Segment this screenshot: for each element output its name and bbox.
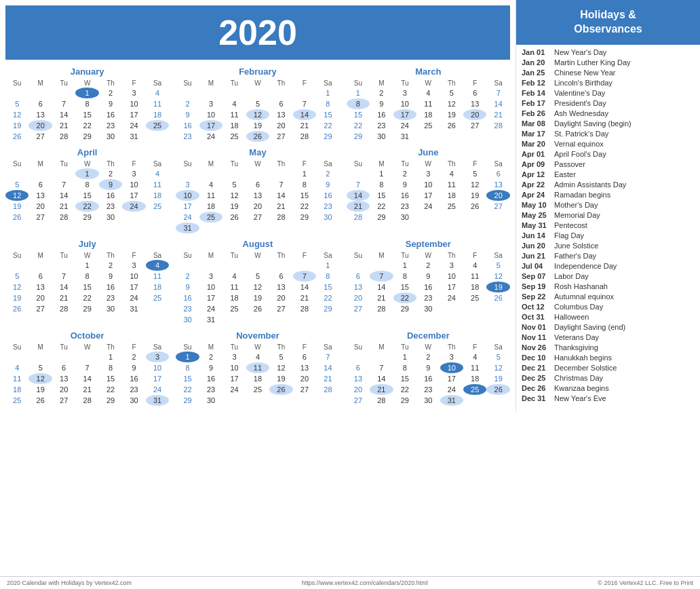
calendar-day: 22: [393, 384, 416, 395]
holiday-date: Jan 20: [522, 58, 554, 66]
calendar-day: [486, 303, 510, 314]
day-header: Th: [269, 159, 292, 168]
calendar-day: 20: [347, 292, 370, 303]
holiday-item: Jan 20Martin Luther King Day: [522, 58, 695, 68]
calendar-day: 17: [199, 292, 222, 303]
calendar-day: 12: [5, 109, 28, 120]
calendar-day: 25: [146, 120, 170, 131]
calendar-day: 9: [99, 98, 122, 109]
calendar-day: 25: [440, 201, 463, 212]
calendar-day: 12: [486, 362, 510, 373]
calendar-day: [222, 223, 246, 233]
holiday-item: Feb 26Ash Wednesday: [522, 109, 695, 119]
calendar-day: 15: [393, 282, 416, 292]
calendar-day: 21: [316, 373, 340, 384]
holiday-name: Rosh Hashanah: [554, 282, 608, 290]
calendar-day: 3: [122, 260, 145, 271]
day-header: Su: [347, 159, 370, 168]
day-header: Tu: [52, 251, 75, 260]
calendar-day: 13: [269, 109, 292, 120]
month-table: SuMTuWThFSa12345678910111213141516171819…: [5, 159, 169, 223]
day-header: W: [246, 251, 269, 260]
calendar-day: 9: [99, 271, 122, 282]
calendar-day: 26: [486, 292, 510, 303]
calendar-day: 1: [99, 352, 122, 362]
calendar-day: 31: [199, 314, 222, 325]
calendar-day: 3: [393, 88, 416, 98]
calendar-day: 20: [28, 292, 52, 303]
month-table: SuMTuWThFSa12345678910111213141516171819…: [347, 251, 510, 314]
calendar-day: 5: [5, 98, 28, 109]
calendar-day: 12: [5, 282, 28, 292]
calendar-day: 27: [347, 395, 370, 406]
calendar-day: [293, 88, 316, 98]
calendar-day: 19: [440, 109, 463, 120]
calendar-day: 4: [5, 362, 28, 373]
calendar-day: 4: [199, 179, 222, 190]
calendar-day: 2: [176, 271, 199, 282]
calendar-day: [440, 303, 463, 314]
calendar-day: 19: [246, 120, 269, 131]
calendar-day: 17: [199, 120, 222, 131]
calendar-day: 6: [52, 362, 75, 373]
calendar-day: 25: [416, 120, 440, 131]
calendar-day: 18: [416, 109, 440, 120]
holiday-date: Jan 25: [522, 69, 554, 77]
calendar-day: 4: [146, 260, 170, 271]
calendar-day: 21: [52, 120, 75, 131]
day-header: Tu: [52, 79, 75, 88]
calendar-day: 26: [486, 384, 510, 395]
calendar-day: [463, 131, 486, 142]
calendar-day: 7: [52, 271, 75, 282]
calendar-day: 20: [269, 120, 292, 131]
calendar-day: 8: [316, 271, 340, 282]
holiday-name: Labor Day: [554, 272, 589, 280]
calendar-day: [440, 131, 463, 142]
calendar-day: 5: [246, 98, 269, 109]
calendar-day: [176, 260, 199, 271]
holiday-item: Apr 12Easter: [522, 170, 695, 180]
day-header: W: [246, 159, 269, 168]
calendar-day: 28: [293, 131, 316, 142]
calendar-day: [416, 131, 440, 142]
calendar-day: 8: [347, 98, 370, 109]
calendar-day: 10: [416, 179, 440, 190]
calendar-day: 29: [75, 303, 98, 314]
day-header: Sa: [316, 251, 340, 260]
day-header: Sa: [316, 159, 340, 168]
day-header: Th: [440, 79, 463, 88]
calendar-day: 14: [269, 190, 292, 201]
calendar-day: 19: [463, 190, 486, 201]
calendar-day: 1: [316, 88, 340, 98]
calendar-day: 30: [370, 131, 393, 142]
calendar-day: 27: [246, 212, 269, 223]
holiday-name: Ash Wednesday: [554, 109, 608, 117]
calendar-day: 18: [246, 373, 269, 384]
calendar-day: 22: [370, 201, 393, 212]
calendar-day: [176, 88, 199, 98]
calendar-day: 31: [122, 131, 145, 142]
day-header: Th: [99, 159, 122, 168]
day-header: F: [122, 159, 145, 168]
calendar-day: 10: [176, 190, 199, 201]
calendar-day: 21: [269, 201, 292, 212]
calendar-day: 27: [28, 212, 52, 223]
calendar-day: 8: [75, 98, 98, 109]
calendar-day: 5: [5, 271, 28, 282]
calendar-day: [486, 212, 510, 223]
holiday-date: Jun 21: [522, 252, 554, 260]
holiday-name: Valentine's Day: [554, 89, 605, 97]
holiday-item: Dec 10Hanukkah begins: [522, 353, 695, 363]
calendar-day: 5: [269, 352, 292, 362]
holiday-item: Mar 08Daylight Saving (begin): [522, 119, 695, 129]
footer: 2020 Calendar with Holidays by Vertex42.…: [0, 576, 700, 589]
calendar-day: 31: [393, 131, 416, 142]
holiday-date: Feb 26: [522, 109, 554, 117]
month-table: SuMTuWThFSa12345678910111213141516171819…: [347, 343, 510, 406]
calendar-day: [199, 168, 222, 179]
holiday-date: May 25: [522, 211, 554, 219]
calendar-day: 5: [486, 260, 510, 271]
day-header: Tu: [393, 343, 416, 352]
calendar-day: 6: [246, 179, 269, 190]
calendar-day: 29: [316, 303, 340, 314]
